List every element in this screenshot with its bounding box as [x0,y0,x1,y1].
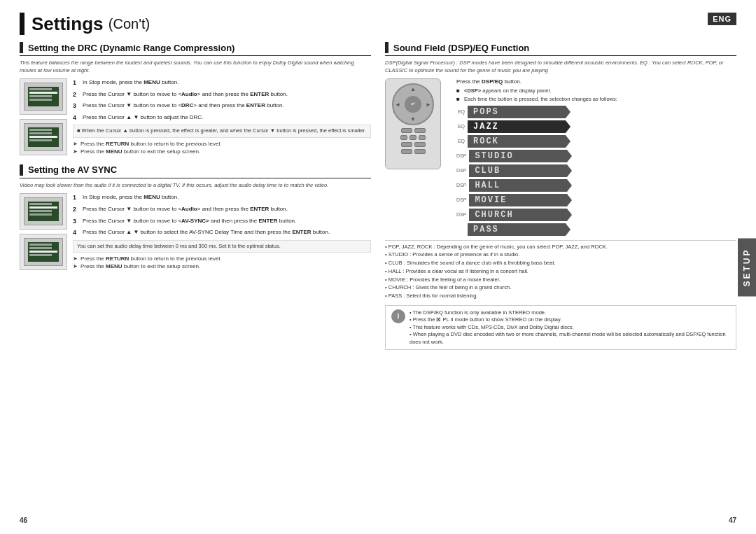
info-text-block: • The DSP/EQ function is only available … [410,309,730,346]
dsp-bar-inner-studio: STUDIO [469,150,567,162]
remote-btn-3 [400,135,407,140]
page-footer: 46 47 [20,511,736,524]
dsp-num-rock: EQ [456,139,465,143]
step-num-2: 2 [73,90,80,99]
drc-return-notes: ➤ Press the RETURN button to return to t… [73,141,371,155]
bottom-note-2: • STUDIO : Provides a sense of presence … [385,251,736,258]
step-num-3: 3 [73,101,80,111]
dsp-num-church: DSP [456,212,466,217]
dsp-item-hall: DSP HALL [456,179,736,192]
screen-line [29,129,52,131]
note-bullet-2: ■ [456,96,462,103]
page-num-right: 47 [729,517,736,524]
dsp-label-club: CLUB [475,166,500,176]
right-column: Sound Field (DSP)/EQ Function DSP(Digita… [385,42,736,511]
arrow-bullet: ➤ [73,141,78,147]
dsp-bar-club: CLUB [469,164,567,177]
dsp-bar-church: CHURCH [469,209,567,221]
right-arrow-icon: ► [426,101,431,108]
dsp-label-jazz: JAZZ [473,122,499,132]
dsp-label-pops: POPS [473,107,499,117]
page-num-left: 46 [20,517,27,524]
setup-tab: SETUP [738,238,756,296]
remote-btn-row-3 [388,142,438,147]
screen-line [29,203,52,205]
remote-btn-row-1 [388,128,438,133]
remote-btn-9 [414,149,426,154]
screen-line-selected [29,251,57,253]
screen-line-selected [29,92,57,94]
av-return-note-2: ➤ Press the MENU button to exit the setu… [73,263,371,269]
remote-btn-5 [419,135,426,140]
avsync-desc: Video may look slower than the audio if … [20,182,371,190]
dsp-sub-note-2: ■ Each time the button is pressed, the s… [456,96,736,103]
page-header: Settings (Con't) ENG [20,13,736,35]
dsp-desc: DSP(Digital Signal Processor) : DSP mode… [385,59,736,74]
dsp-item-club: DSP CLUB [456,164,736,177]
info-text-4: • When playing a DVD disc encoded with t… [410,331,730,346]
screen-line [29,213,52,216]
section-bar-2 [20,164,23,176]
dsp-bar-pops: POPS [468,106,566,118]
info-text-3: • This feature works with CDs, MP3-CDs, … [410,324,730,332]
av-step-1: 1 In Stop mode, press the MENU button. [73,193,371,202]
dsp-label-studio: STUDIO [475,151,513,161]
avsync-device-images [20,193,67,271]
main-content: Setting the DRC (Dynamic Range Compressi… [20,42,736,511]
av-step-3: 3 Press the Cursor ▼ button to move to <… [73,217,371,226]
drc-desc: This feature balances the range between … [20,59,371,74]
remote-nav-ring: ↵ ▲ ▼ ◄ ► [392,83,434,125]
drc-screen-2 [24,123,63,151]
drc-screen-display [28,87,59,106]
bottom-note-3: • CLUB : Simulates the sound of a dance … [385,260,736,267]
av-step-2: 2 Press the Cursor ▼ button to move to <… [73,205,371,214]
dsp-arrow-pass [566,223,570,236]
return-text-1: Press the RETURN button to return to the… [80,141,221,147]
avsync-screen-display [28,202,59,221]
dsp-section: Sound Field (DSP)/EQ Function DSP(Digita… [385,42,736,350]
screen-lines [28,87,59,104]
av-step-num-4: 4 [73,228,80,237]
dsp-bar-inner-rock: ROCK [468,135,566,148]
screen-lines-4 [28,242,59,259]
av-return-text-1: Press the RETURN button to return to the… [80,255,221,262]
title-cont: (Con't) [108,16,150,32]
dsp-content: ↵ ▲ ▼ ◄ ► [385,78,736,236]
dsp-num-club: DSP [456,168,466,173]
bottom-note-text-5: • MOVIE : Provides the feeling of a movi… [385,276,500,283]
dsp-label-pass: PASS [473,225,499,234]
dsp-arrow-hall [567,179,572,192]
av-return-note-1: ➤ Press the RETURN button to return to t… [73,255,371,262]
dsp-arrow-studio [567,150,572,162]
remote-btn-2 [414,128,426,133]
dsp-right-area: Press the DSP/EQ button. ■ <DSP> appears… [456,78,736,236]
dsp-item-jazz: EQ JAZZ [456,120,736,133]
drc-sub-note-text: ■ When the Cursor ▲ button is pressed, t… [77,127,366,134]
av-step-num-2: 2 [73,205,80,214]
dsp-arrow-club [567,164,572,177]
screen-line [29,254,52,256]
avsync-steps-list: 1 In Stop mode, press the MENU button. 2… [73,193,371,271]
dsp-info-box: i • The DSP/EQ function is only availabl… [385,305,736,351]
remote-btn-4 [410,135,416,140]
eng-badge: ENG [708,13,736,25]
av-step-4: 4 Press the Cursor ▲ ▼ button to select … [73,228,371,237]
dsp-bar-inner-jazz: JAZZ [468,120,566,133]
dsp-press-note: Press the DSP/EQ button. [456,78,736,85]
dsp-bar-inner-pops: POPS [468,106,566,118]
dsp-num-hall: DSP [456,183,466,188]
av-step-num-3: 3 [73,217,80,226]
info-text-2: • Press the ⊠ PL II mode button to show … [410,316,730,324]
remote-btn-6 [401,142,412,147]
avsync-device-image-2 [20,234,67,270]
remote-btn-row-2 [388,135,438,140]
drc-screen-1 [24,83,63,111]
dsp-title: Sound Field (DSP)/EQ Function [393,43,529,53]
bottom-note-text-3: • CLUB : Simulates the sound of a dance … [385,260,556,267]
dsp-sub-note-text-1: <DSP> appears on the display panel. [464,87,551,94]
bottom-note-text-1: • POP, JAZZ, ROCK : Depending on the gen… [385,244,608,251]
screen-line-selected [29,206,57,209]
dsp-bar-inner-movie: MOVIE [469,194,567,206]
av-step-text-4: Press the Cursor ▲ ▼ button to select th… [83,228,330,237]
av-step-num-1: 1 [73,193,80,202]
